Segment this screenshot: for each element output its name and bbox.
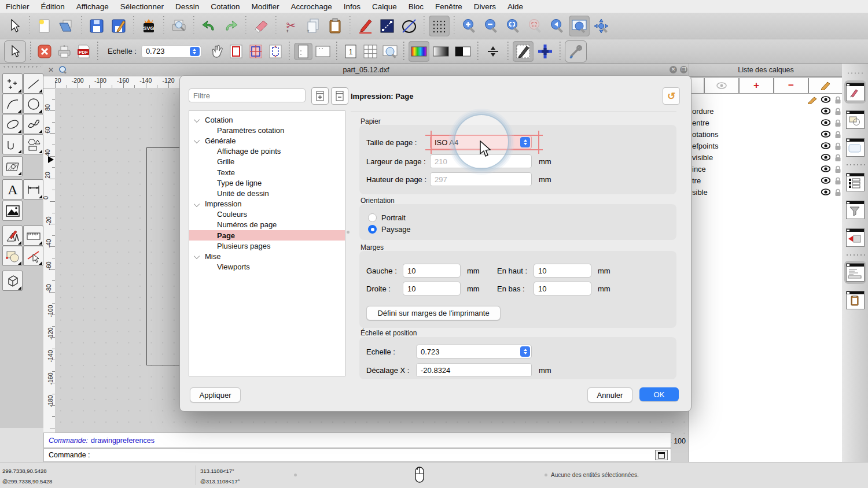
draw-tools-button[interactable]: [2, 225, 23, 246]
layer-row[interactable]: entre: [689, 117, 843, 129]
full-color-button[interactable]: [409, 41, 429, 62]
edit-layer-button[interactable]: [808, 77, 843, 94]
compress-button[interactable]: [483, 41, 503, 62]
eye-icon[interactable]: [821, 131, 830, 138]
ellipse-tool-button[interactable]: [399, 16, 420, 36]
remove-layer-button[interactable]: −: [774, 77, 808, 94]
tree-item-param-tres-cotation[interactable]: Paramètres cotation: [189, 125, 345, 135]
zoom-out-button[interactable]: [481, 16, 502, 36]
document-close-button[interactable]: ✕: [670, 66, 677, 73]
modify-tool-button[interactable]: [2, 246, 23, 266]
save-button[interactable]: [86, 16, 107, 36]
document-restore-button[interactable]: ❐: [680, 66, 687, 73]
lock-icon[interactable]: [834, 142, 841, 150]
deselect-panel-button[interactable]: [844, 226, 866, 249]
tree-item-page[interactable]: Page: [189, 230, 345, 241]
menu-accrochage[interactable]: Accrochage: [285, 2, 337, 11]
page-height-field[interactable]: 297: [430, 172, 532, 186]
eye-icon[interactable]: [821, 177, 830, 184]
margin-top-field[interactable]: 10: [534, 264, 591, 278]
eye-icon[interactable]: [821, 142, 830, 149]
circle-tool-button[interactable]: [23, 94, 43, 114]
image-tool-button[interactable]: [2, 201, 23, 221]
polyline-tool-button[interactable]: [2, 134, 23, 154]
paysage-radio[interactable]: [368, 225, 377, 234]
lock-icon[interactable]: [834, 188, 841, 197]
menu-dessin[interactable]: Dessin: [170, 2, 205, 11]
line-tool-button[interactable]: [23, 73, 43, 94]
selection-filter-button[interactable]: [844, 198, 866, 221]
dialog-scale-combobox[interactable]: 0.723: [416, 345, 532, 358]
svg-export-button[interactable]: SVG: [138, 16, 159, 36]
ok-button[interactable]: OK: [639, 387, 679, 401]
menu-calque[interactable]: Calque: [366, 2, 403, 11]
command-input[interactable]: [94, 449, 652, 461]
zoom-selection-button[interactable]: [525, 16, 546, 36]
shape-tool-button[interactable]: [23, 134, 43, 154]
dimension-tool-button[interactable]: [23, 179, 43, 199]
tree-item-affichage-de-points[interactable]: Affichage de points: [189, 146, 345, 157]
property-panel-button[interactable]: [844, 171, 866, 194]
clipboard-panel-button[interactable]: [844, 289, 866, 312]
chevron-down-icon[interactable]: [194, 117, 200, 123]
eraser-button[interactable]: [251, 16, 271, 36]
grid-toggle-button[interactable]: [429, 16, 450, 36]
layer-row[interactable]: [689, 94, 843, 106]
layer-panel-button[interactable]: [844, 80, 866, 103]
eye-icon[interactable]: [821, 188, 830, 195]
zoom-auto-button[interactable]: [503, 16, 524, 36]
tree-item-type-de-ligne[interactable]: Type de ligne: [189, 178, 345, 188]
undo-button[interactable]: [198, 16, 219, 36]
lock-icon[interactable]: [834, 131, 841, 139]
apply-button[interactable]: Appliquer: [190, 387, 241, 402]
chevron-down-icon[interactable]: [194, 201, 200, 206]
margin-bottom-field[interactable]: 10: [534, 282, 591, 295]
lock-icon[interactable]: [834, 177, 841, 185]
tree-item-g-n-rale[interactable]: Générale: [189, 135, 345, 146]
settings-button[interactable]: [565, 40, 587, 62]
lock-icon[interactable]: [834, 108, 841, 116]
tree-item-plusieurs-pages[interactable]: Plusieurs pages: [189, 241, 345, 251]
command-window-button[interactable]: [655, 450, 668, 460]
layer-row[interactable]: ince: [689, 164, 843, 175]
black-white-button[interactable]: [453, 41, 473, 62]
document-close-icon[interactable]: ✕: [48, 66, 54, 74]
menu-fenetre[interactable]: Fenêtre: [429, 2, 468, 11]
preview-select-button[interactable]: [4, 40, 26, 62]
lock-icon[interactable]: [834, 96, 841, 104]
text-tool-button[interactable]: A: [2, 179, 23, 199]
print-preview-button[interactable]: [168, 16, 189, 36]
point-tool-button[interactable]: [2, 73, 23, 94]
menu-aide[interactable]: Aide: [502, 2, 529, 11]
line-tool-button[interactable]: [377, 16, 398, 36]
zoom-window-button[interactable]: [569, 16, 590, 36]
expand-all-button[interactable]: [311, 87, 329, 105]
menu-infos[interactable]: Infos: [338, 2, 366, 11]
grid-frame-button[interactable]: [247, 43, 265, 60]
eye-icon[interactable]: [821, 108, 830, 114]
line-pencil-button[interactable]: [513, 41, 534, 62]
arc-tool-button[interactable]: [2, 94, 23, 114]
tree-item-impression[interactable]: Impression: [189, 199, 345, 209]
zoom-in-button[interactable]: [459, 16, 480, 36]
printer-margins-button[interactable]: Défini sur marges de l'imprimante: [366, 306, 501, 320]
draw-pencil-button[interactable]: [355, 16, 376, 36]
menu-selectionner[interactable]: Sélectionner: [115, 2, 170, 11]
chevron-down-icon[interactable]: [194, 138, 200, 143]
pdf-export-button[interactable]: PDF: [75, 43, 93, 60]
paper-frame-button[interactable]: [227, 43, 245, 60]
palette-drag-handle[interactable]: [2, 65, 41, 68]
eye-icon[interactable]: [821, 96, 830, 103]
new-file-button[interactable]: [34, 16, 55, 36]
menu-divers[interactable]: Divers: [468, 2, 502, 11]
layer-row[interactable]: ordure: [689, 106, 843, 117]
chevron-down-icon[interactable]: [194, 253, 200, 259]
block-panel-button[interactable]: [844, 108, 866, 131]
zoom-previous-button[interactable]: [547, 16, 568, 36]
filter-input[interactable]: [189, 88, 306, 102]
layer-row[interactable]: sible: [689, 187, 843, 198]
ellipse-tool-button[interactable]: [2, 114, 23, 134]
collapse-all-button[interactable]: [331, 87, 348, 105]
reset-button[interactable]: ↺: [663, 87, 680, 105]
cancel-button[interactable]: Annuler: [587, 387, 632, 402]
